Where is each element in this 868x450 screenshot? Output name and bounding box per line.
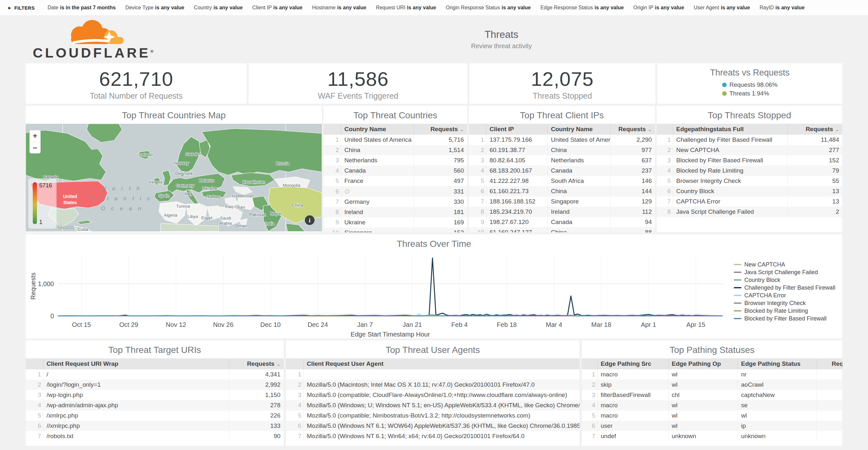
chart-legend-item[interactable]: Country Block (734, 276, 842, 284)
filter-item[interactable]: RayIDis any value (760, 5, 804, 10)
table-row: 2New CAPTCHA277 (657, 145, 842, 155)
row-number: 1 (657, 135, 673, 145)
column-header[interactable]: Country Name (548, 124, 611, 135)
row-number: 7 (657, 197, 673, 207)
filter-item[interactable]: User Agentis any value (694, 5, 750, 10)
world-choropleth-map[interactable]: CanadaUnitedStatesMexicoCubaIcelandSwede… (26, 124, 322, 232)
table-row: 3Mozilla/5.0 (compatible; CloudFlare-Alw… (286, 390, 580, 400)
table-cell: Blocked by Filter Based Firewall (673, 155, 788, 166)
column-header[interactable]: Client Request URI Wrap (43, 358, 229, 369)
column-header[interactable]: Client Request User Agent (304, 358, 580, 369)
row-number-header (323, 124, 341, 135)
table-cell: 188.166.188.152 (486, 197, 548, 207)
column-header[interactable]: Edge Pathing Op (669, 358, 738, 369)
x-tick-label: Feb 18 (497, 321, 517, 328)
row-number: 6 (323, 186, 341, 197)
filter-item[interactable]: Request URIis any value (376, 5, 436, 10)
row-number: 3 (469, 155, 486, 166)
map-label: Sweden (186, 152, 202, 156)
map-legend-min: 1 (39, 219, 42, 225)
top-pathing-statuses-table: Edge Pathing SrcEdge Pathing OpEdge Path… (582, 358, 842, 441)
table-row: 3Netherlands795 (323, 155, 467, 166)
filter-item[interactable]: Origin Response Statusis any value (445, 5, 531, 10)
map-zoom-in-button[interactable]: + (33, 131, 37, 140)
pie-legend-item: Requests 98.06% (722, 80, 778, 89)
x-tick-label: Jan 21 (403, 321, 422, 328)
map-label: Turkey (207, 194, 220, 199)
kpi-total-requests: 621,710 Total Number of Requests (26, 63, 247, 104)
map-info-button[interactable]: i (305, 215, 314, 225)
row-number-header (582, 358, 597, 369)
table-cell: 6,595 (817, 411, 843, 421)
filters-expand-caret[interactable]: ▶ (8, 6, 11, 10)
row-number: 10 (323, 228, 341, 232)
row-number: 6 (286, 421, 304, 431)
threats-vs-requests-legend: Requests 98.06%Threats 1.94% (722, 80, 778, 98)
table-cell: 1,150 (229, 390, 284, 400)
table-cell: 2 (788, 207, 843, 217)
column-header[interactable]: Edge Pathing Src (597, 358, 669, 369)
chart-legend-item[interactable]: Browser Integrity Check (734, 299, 842, 307)
filter-item[interactable]: Edge Response Statusis any value (540, 5, 623, 10)
table-cell: 977 (611, 145, 655, 155)
row-number: 5 (26, 411, 43, 421)
chart-legend-item[interactable]: CAPTCHA Error (734, 292, 842, 299)
filter-item[interactable]: Dateis in the past 7 months (48, 5, 116, 10)
legend-label: Blocked by Filter Based Firewall (744, 315, 827, 322)
table-cell: macro (597, 400, 669, 411)
table-cell: 55 (788, 176, 843, 186)
page-subtitle: Review threat activity (161, 42, 842, 50)
column-header[interactable]: Requests⌄ (788, 124, 843, 135)
chart-legend-item[interactable]: New CAPTCHA (734, 261, 842, 268)
top-threat-client-ips-table: Client IPCountry NameRequests⌄1137.175.7… (469, 124, 655, 232)
page-title: Threats (161, 29, 842, 40)
chart-legend-item[interactable]: Java Script Challenge Failed (734, 268, 842, 276)
kpi-label: Total Number of Requests (26, 91, 247, 100)
table-cell: Blocked by Rate Limiting (673, 166, 788, 176)
filter-item[interactable]: Origin IPis any value (633, 5, 684, 10)
table-row: 6//xmlrpc.php133 (26, 421, 284, 431)
legend-dot-icon (722, 91, 727, 96)
table-cell: filterBasedFirewall (597, 390, 669, 400)
table-row: 5Mozilla/5.0 (compatible; Nimbostratus-B… (286, 411, 580, 421)
cloudflare-logo: CLOUDFLARE® (26, 19, 161, 60)
chart-legend-item[interactable]: Blocked by Filter Based Firewall (734, 315, 842, 322)
table-cell: Mozilla/5.0 (Windows; U; Windows NT 5.1;… (304, 400, 580, 411)
y-tick-label: 1,000 (38, 280, 54, 287)
filter-item[interactable]: Device Typeis any value (125, 5, 184, 10)
column-header[interactable]: Requests⌄ (229, 358, 284, 369)
table-cell: Mozilla/5.0 (Macintosh; Intel Mac OS X 1… (304, 380, 580, 390)
filters-label[interactable]: FILTERS (14, 5, 34, 10)
threats-vs-requests-panel: Threats vs Requests Requests 98.06%Threa… (657, 63, 842, 104)
column-header[interactable]: Edgepathingstatus Full (673, 124, 788, 135)
column-header[interactable]: Requests⌄ (414, 124, 467, 135)
legend-label: CAPTCHA Error (744, 292, 786, 299)
filter-item[interactable]: Hostnameis any value (312, 5, 367, 10)
filter-item[interactable]: Client IPis any value (252, 5, 302, 10)
column-header[interactable]: Client IP (486, 124, 548, 135)
x-tick-label: Feb 4 (451, 321, 468, 328)
top-threat-client-ips-panel: Top Threat Client IPs Client IPCountry N… (469, 106, 655, 232)
row-number-header (657, 124, 673, 135)
map-label: Ukraine (203, 186, 217, 191)
chart-legend-item[interactable]: Challenged by Filter Based Firewall (734, 284, 842, 292)
row-number: 6 (657, 186, 673, 197)
table-row: 260.191.38.77China977 (469, 145, 655, 155)
column-header[interactable]: Country Name (341, 124, 414, 135)
column-header[interactable]: Edge Pathing Status (738, 358, 817, 369)
legend-swatch-icon (734, 310, 741, 311)
column-header[interactable]: Requests⌄ (611, 124, 655, 135)
row-number: 1 (323, 135, 341, 145)
row-number-header (26, 358, 43, 369)
kpi-threats-stopped: 12,075 Threats Stopped (469, 63, 655, 104)
table-cell: 79 (788, 166, 843, 176)
chart-legend-item[interactable]: Blocked by Rate Limiting (734, 307, 842, 315)
column-header[interactable]: Requests⌄ (817, 358, 843, 369)
table-cell: 2,992 (229, 380, 284, 390)
table-cell: 237 (611, 166, 655, 176)
legend-swatch-icon (734, 279, 741, 280)
filter-item[interactable]: Countryis any value (194, 5, 243, 10)
map-zoom-out-button[interactable]: − (33, 143, 37, 152)
top-threat-countries-table: Country NameRequests⌄1United States of A… (323, 124, 467, 232)
threats-over-time-chart[interactable]: Oct 15Oct 29Nov 12Nov 26Dec 10Dec 24Jan … (26, 252, 726, 338)
